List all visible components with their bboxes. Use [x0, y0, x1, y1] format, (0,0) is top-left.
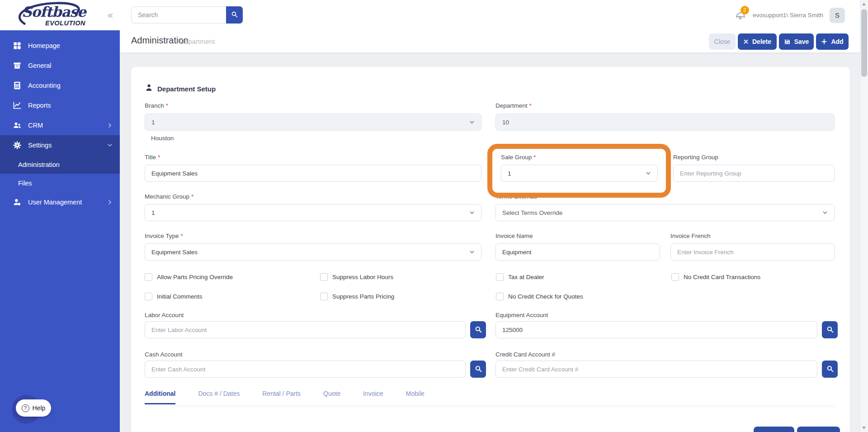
- invoice-french-input[interactable]: [670, 243, 835, 261]
- softbase-logo: Softbase EVOLUTION: [16, 3, 98, 28]
- reporting-group-label: Reporting Group: [673, 154, 718, 161]
- settings-section: Settings Administration: [0, 135, 120, 174]
- terms-override-label: Terms Override: [495, 193, 537, 200]
- checkbox-label: Initial Comments: [157, 293, 203, 300]
- tab-docs-dates[interactable]: Docs # / Dates: [198, 390, 240, 404]
- equipment-account-input[interactable]: [495, 321, 817, 338]
- tab-additional[interactable]: Additional: [145, 390, 175, 404]
- person-icon: [145, 83, 153, 92]
- close-button-label: Close: [714, 38, 731, 45]
- scroll-up-arrow-icon[interactable]: [862, 3, 866, 5]
- bottom-action-button-2[interactable]: [797, 427, 840, 432]
- checkbox-initial-comments: Initial Comments: [145, 293, 203, 300]
- terms-override-select[interactable]: Select Terms Override: [495, 204, 835, 221]
- scroll-down-arrow-icon[interactable]: [862, 427, 866, 429]
- delete-button-label: Delete: [752, 38, 771, 45]
- sidebar-item-crm[interactable]: CRM: [0, 115, 120, 135]
- tab-invoice[interactable]: Invoice: [363, 390, 383, 404]
- notifications-button[interactable]: 2: [735, 9, 746, 21]
- checkbox[interactable]: [320, 293, 328, 300]
- sidebar-item-label: Reports: [28, 102, 51, 109]
- reporting-group-input[interactable]: [673, 165, 835, 182]
- tab-quote[interactable]: Quote: [323, 390, 340, 404]
- credit-card-account-search-button[interactable]: [822, 361, 838, 378]
- tab-mobile[interactable]: Mobile: [406, 390, 425, 404]
- cash-account-search-button[interactable]: [470, 361, 486, 378]
- sidebar-item-label: Accounting: [28, 82, 61, 89]
- sidebar-item-label: Files: [18, 180, 32, 187]
- sidebar-item-label: General: [28, 62, 52, 69]
- chevron-down-icon: [468, 209, 476, 216]
- chevron-down-icon: [468, 119, 476, 126]
- sidebar-item-administration[interactable]: Administration: [0, 155, 120, 174]
- avatar[interactable]: S: [830, 8, 845, 23]
- sale-group-select[interactable]: 1: [501, 165, 658, 182]
- search-button[interactable]: [226, 6, 243, 24]
- brand-subname: EVOLUTION: [45, 19, 85, 27]
- help-button[interactable]: ? Help: [16, 399, 51, 417]
- sidebar-nav: Homepage General Accounting Reports: [0, 30, 120, 212]
- sidebar-item-files[interactable]: Files: [0, 174, 120, 192]
- sidebar-item-settings[interactable]: Settings: [0, 135, 120, 155]
- mechanic-group-select[interactable]: 1: [145, 204, 481, 221]
- sidebar-collapse-icon[interactable]: «: [108, 9, 113, 21]
- app-root: Softbase EVOLUTION « Homepage General: [0, 0, 868, 432]
- invoice-name-label: Invoice Name: [495, 233, 533, 239]
- sidebar: Softbase EVOLUTION « Homepage General: [0, 0, 120, 432]
- checkbox[interactable]: [145, 273, 152, 281]
- scrollbar-thumb[interactable]: [861, 9, 867, 77]
- labor-account-label: Labor Account: [145, 312, 184, 318]
- brand-name: Softbase: [22, 4, 86, 20]
- branch-select[interactable]: 1: [145, 114, 481, 131]
- department-setup-card: Department Setup Branch* 1 Houston Depar…: [131, 67, 850, 432]
- checkbox-label: No Credit Card Transactions: [684, 274, 760, 280]
- department-label: Department*: [495, 102, 532, 109]
- branch-label: Branch*: [145, 102, 168, 109]
- sidebar-item-label: Settings: [28, 142, 52, 149]
- invoice-type-select[interactable]: Equipment Sales: [145, 243, 481, 261]
- calculator-icon: [13, 81, 22, 90]
- close-button[interactable]: Close: [709, 33, 736, 50]
- chevron-down-icon: [645, 170, 652, 177]
- detail-tabs: Additional Docs # / Dates Rental / Parts…: [145, 390, 425, 404]
- megaphone-icon: [735, 15, 746, 23]
- checkbox-allow-parts-pricing-override: Allow Parts Pricing Override: [145, 273, 233, 281]
- sidebar-item-reports[interactable]: Reports: [0, 95, 120, 115]
- checkbox-tax-at-dealer: Tax at Dealer: [496, 273, 544, 281]
- checkbox[interactable]: [145, 293, 152, 300]
- sidebar-item-user-management[interactable]: User Management: [0, 192, 120, 212]
- people-icon: [13, 121, 22, 130]
- user-area: 2 evosupport1\ Sierra Smith S: [735, 0, 845, 30]
- add-button-label: Add: [831, 38, 843, 45]
- page-scrollbar[interactable]: [860, 0, 868, 432]
- save-button[interactable]: Save: [779, 33, 814, 50]
- chevron-down-icon: [107, 142, 113, 148]
- checkbox-label: Tax at Dealer: [508, 274, 544, 280]
- checkbox[interactable]: [496, 273, 504, 281]
- equipment-account-search-button[interactable]: [822, 321, 838, 338]
- credit-card-account-input[interactable]: [495, 361, 817, 378]
- sidebar-item-accounting[interactable]: Accounting: [0, 76, 120, 95]
- sidebar-item-homepage[interactable]: Homepage: [0, 36, 120, 56]
- search-input[interactable]: [131, 6, 226, 24]
- labor-account-input[interactable]: [145, 321, 466, 338]
- add-button[interactable]: Add: [816, 33, 849, 50]
- mechanic-group-label: Mechanic Group*: [145, 193, 193, 200]
- tab-rental-parts[interactable]: Rental / Parts: [262, 390, 301, 404]
- title-input[interactable]: [145, 165, 481, 182]
- sidebar-item-general[interactable]: General: [0, 56, 120, 76]
- invoice-name-input[interactable]: [495, 243, 660, 261]
- checkbox[interactable]: [320, 273, 328, 281]
- invoice-type-label: Invoice Type*: [145, 233, 183, 239]
- checkbox[interactable]: [671, 273, 679, 281]
- department-input[interactable]: [495, 114, 835, 131]
- search-icon: [826, 365, 834, 374]
- bottom-action-button-1[interactable]: [754, 427, 794, 432]
- sale-group-label: Sale Group*: [501, 154, 536, 161]
- cash-account-input[interactable]: [145, 361, 466, 378]
- plus-icon: [821, 38, 827, 45]
- delete-button[interactable]: Delete: [738, 33, 777, 50]
- labor-account-search-button[interactable]: [470, 321, 486, 338]
- page-header: Administration Department Close Delete S…: [120, 30, 860, 53]
- checkbox[interactable]: [496, 293, 504, 300]
